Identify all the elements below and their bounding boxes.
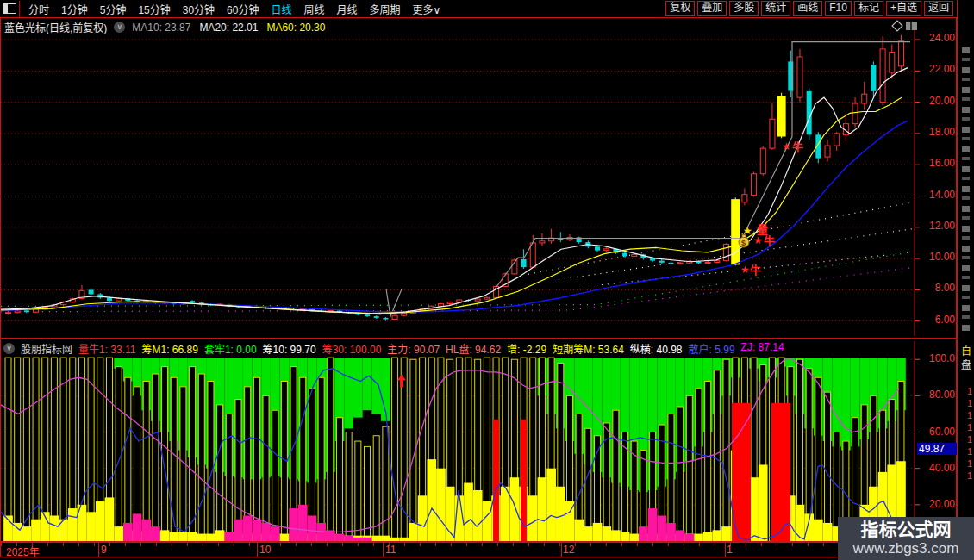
month-separator <box>725 543 726 557</box>
date-label: 9 <box>101 544 107 556</box>
period-menu: 分时1分钟5分钟15分钟30分钟60分钟日线周线月线多周期更多∨ <box>28 2 440 16</box>
indicator-chart[interactable] <box>1 339 956 541</box>
indicator-params: 量牛1: 33.11筹M1: 66.89套牢1: 0.00筹10: 99.70筹… <box>78 341 784 356</box>
toolbar-button-+自选[interactable]: +自选 <box>886 1 921 16</box>
watermark-url: www.zbgs3.com <box>853 540 959 557</box>
price-tick-label: 16.00 <box>919 157 955 169</box>
price-tick-label: 8.00 <box>919 282 955 294</box>
indicator-tick-label: 100.0 <box>919 352 955 364</box>
svg-text:$: $ <box>741 239 746 247</box>
period-tab-日线[interactable]: 日线 <box>271 2 291 16</box>
watermark-title: 指标公式网 <box>861 520 952 540</box>
period-tab-15分钟[interactable]: 15分钟 <box>138 2 170 16</box>
month-separator <box>561 543 562 557</box>
ma-label: MA20: 22.01 <box>199 22 258 34</box>
right-edge-strip: 自 盘 11111111 <box>957 0 974 560</box>
period-tab-60分钟[interactable]: 60分钟 <box>227 2 259 16</box>
period-tab-30分钟[interactable]: 30分钟 <box>183 2 215 16</box>
candlestick-chart[interactable]: ★牛★$★量牛★牛 <box>1 18 956 338</box>
toolbar-button-画线[interactable]: 画线 <box>793 1 822 16</box>
period-tab-周线[interactable]: 周线 <box>303 2 324 16</box>
price-tick-label: 20.00 <box>919 95 955 107</box>
main-candle-panel: ★牛★$★量牛★牛 <box>0 17 957 339</box>
indicator-label-row: ∨ 股朋指标网 量牛1: 33.11筹M1: 66.89套牢1: 0.00筹10… <box>3 341 784 356</box>
period-tab-更多∨[interactable]: 更多∨ <box>413 2 441 16</box>
period-tab-分时[interactable]: 分时 <box>28 2 49 16</box>
signal-text-marker: 牛 <box>792 140 803 153</box>
toolbar-button-返回[interactable]: 返回 <box>924 1 953 16</box>
toolbar-button-统计[interactable]: 统计 <box>761 1 790 16</box>
period-tab-1分钟[interactable]: 1分钟 <box>61 2 88 16</box>
clipped-char-top: 自 <box>961 343 971 358</box>
layout-toggle-button[interactable] <box>0 1 20 17</box>
signal-text-marker: 牛 <box>764 234 775 247</box>
toolbar-button-F10[interactable]: F10 <box>825 1 852 16</box>
price-tick-label: 24.00 <box>919 32 955 44</box>
toolbar-button-标记[interactable]: 标记 <box>854 1 883 16</box>
price-tick-label: 12.00 <box>919 220 955 232</box>
clipped-char-mid: 盘 <box>961 357 971 371</box>
trading-app-window: 分时1分钟5分钟15分钟30分钟60分钟日线周线月线多周期更多∨ 复权叠加多股统… <box>0 0 974 560</box>
indicator-param: 短期筹M: 53.64 <box>553 341 624 356</box>
site-watermark: 指标公式网 www.zbgs3.com <box>838 517 974 560</box>
price-tick-label: 6.00 <box>919 314 955 326</box>
date-label: 12 <box>563 544 574 556</box>
period-tab-多周期[interactable]: 多周期 <box>370 2 401 16</box>
clipped-text-decoration <box>962 47 970 332</box>
indicator-name: 股朋指标网 <box>21 341 72 356</box>
date-label: 1 <box>727 544 733 556</box>
main-chart-label-row: 蓝色光标(日线,前复权) ∨ MA10: 23.87MA20: 22.01MA6… <box>4 20 325 34</box>
toolbar-button-叠加[interactable]: 叠加 <box>697 1 727 16</box>
chart-title: 蓝色光标(日线,前复权) <box>4 20 107 34</box>
ma-label: MA60: 20.30 <box>266 22 325 34</box>
ma-values: MA10: 23.87MA20: 22.01MA60: 20.30 <box>132 22 325 34</box>
indicator-param: 主力: 90.07 <box>387 341 440 356</box>
indicator-param: 套牢1: 0.00 <box>204 341 257 356</box>
indicator-tick-label: 40.00 <box>919 462 955 474</box>
indicator-param: 量牛1: 33.11 <box>78 341 135 356</box>
date-axis: 2025年91011121 <box>0 542 957 557</box>
indicator-tick-label: 80.00 <box>919 389 955 401</box>
clipped-digits: 11111111 <box>964 386 974 482</box>
indicator-tick-label: 20.00 <box>919 498 955 510</box>
top-toolbar: 分时1分钟5分钟15分钟30分钟60分钟日线周线月线多周期更多∨ 复权叠加多股统… <box>0 0 974 17</box>
price-tick-label: 14.00 <box>919 189 955 201</box>
chevron-down-icon[interactable]: ∨ <box>114 22 125 33</box>
indicator-param: 增: -2.29 <box>507 341 546 356</box>
toolbar-button-多股[interactable]: 多股 <box>729 1 759 16</box>
period-tab-5分钟[interactable]: 5分钟 <box>100 2 127 16</box>
toolbar-button-复权[interactable]: 复权 <box>665 1 695 16</box>
split-window-icon <box>3 3 16 14</box>
toolbar-buttons: 复权叠加多股统计画线F10标记+自选返回 <box>665 1 953 16</box>
indicator-param: 筹M1: 66.89 <box>142 341 198 356</box>
indicator-param: 纵横: 40.98 <box>630 341 683 356</box>
current-value-tag: 49.87 <box>917 443 958 455</box>
star-marker: ★ <box>740 264 750 276</box>
split-window-icon <box>906 22 917 30</box>
signal-text-marker: 牛 <box>750 264 761 277</box>
indicator-tick-label: 60.00 <box>919 426 955 438</box>
ma-label: MA10: 23.87 <box>132 22 190 34</box>
price-tick-label: 22.00 <box>919 63 955 75</box>
month-separator <box>98 543 99 557</box>
price-tick-label: 18.00 <box>919 126 955 138</box>
indicator-param: 散户: 5.99 <box>689 341 735 356</box>
indicator-param: 筹30: 100.00 <box>322 341 382 356</box>
price-tick-label: 10.00 <box>919 251 955 263</box>
month-separator <box>383 543 384 557</box>
diamond-icon <box>892 21 902 31</box>
chevron-down-icon[interactable]: ∨ <box>3 343 15 354</box>
period-tab-月线[interactable]: 月线 <box>337 2 358 16</box>
date-label: 11 <box>385 544 396 556</box>
date-label: 10 <box>259 544 271 556</box>
indicator-param: ZJ: 87.14 <box>741 341 784 356</box>
indicator-param: 筹10: 99.70 <box>263 341 316 356</box>
star-marker: ★ <box>782 140 791 152</box>
indicator-param: HL盘: 94.62 <box>446 341 501 356</box>
month-separator <box>257 543 258 557</box>
date-label: 2025年 <box>6 544 40 558</box>
indicator-panel <box>0 339 957 542</box>
